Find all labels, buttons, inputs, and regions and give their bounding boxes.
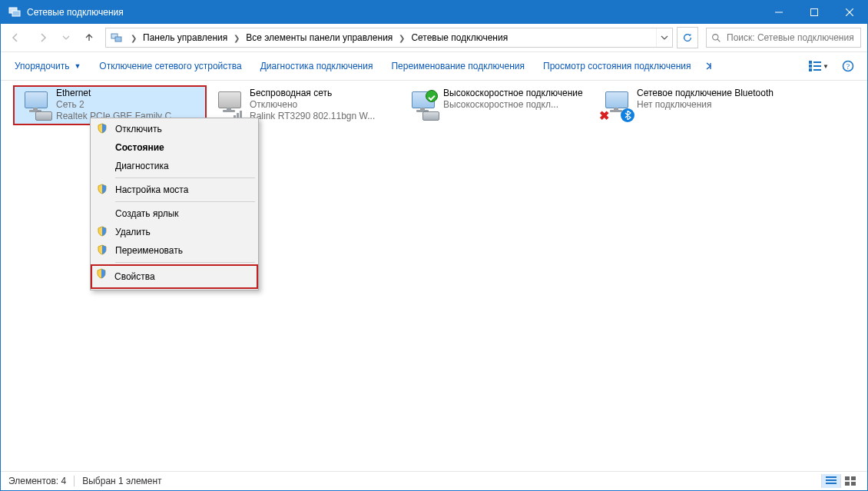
svg-rect-14 xyxy=(813,65,821,67)
shield-icon xyxy=(96,268,107,279)
chevron-right-icon[interactable]: ❯ xyxy=(394,34,409,42)
svg-rect-1 xyxy=(12,11,20,16)
close-button[interactable] xyxy=(832,1,867,24)
details-view-button[interactable] xyxy=(821,474,840,488)
breadcrumb-item[interactable]: Панель управления xyxy=(141,32,229,43)
menu-delete[interactable]: Удалить xyxy=(92,223,257,241)
history-dropdown[interactable] xyxy=(59,26,73,49)
view-options-button[interactable]: ▼ xyxy=(806,55,832,77)
chevron-right-icon[interactable]: ❯ xyxy=(126,34,141,42)
status-selected-count: Выбран 1 элемент xyxy=(82,476,161,486)
address-bar[interactable]: ❯ Панель управления ❯ Все элементы панел… xyxy=(105,28,673,48)
connection-name: Ethernet xyxy=(56,88,204,99)
svg-rect-10 xyxy=(809,61,812,64)
disconnected-badge-icon: ✖ xyxy=(599,111,610,122)
rename-command[interactable]: Переименование подключения xyxy=(383,58,532,75)
menu-diagnose[interactable]: Диагностика xyxy=(92,157,257,175)
shield-icon xyxy=(97,226,108,237)
shield-icon xyxy=(97,123,108,134)
svg-rect-21 xyxy=(845,476,850,480)
breadcrumb-item[interactable]: Все элементы панели управления xyxy=(244,32,394,43)
refresh-button[interactable] xyxy=(677,27,698,48)
chevron-down-icon: ▼ xyxy=(823,63,829,70)
navigation-row: ❯ Панель управления ❯ Все элементы панел… xyxy=(1,24,867,52)
connection-name: Сетевое подключение Bluetooth xyxy=(637,88,784,99)
menu-rename[interactable]: Переименовать xyxy=(92,241,257,260)
search-box[interactable] xyxy=(706,28,861,48)
connection-item-broadband[interactable]: Высокоскоростное подключение Высокоскоро… xyxy=(400,85,594,125)
view-status-command[interactable]: Просмотр состояния подключения xyxy=(535,58,698,75)
search-input[interactable] xyxy=(725,32,860,44)
command-label: Переименование подключения xyxy=(391,61,525,71)
search-icon xyxy=(707,33,725,43)
context-menu: Отключить Состояние Диагностика Настройк… xyxy=(90,118,259,290)
network-adapter-icon xyxy=(16,87,56,124)
connection-status: Сеть 2 xyxy=(56,99,204,111)
command-bar: Упорядочить ▼ Отключение сетевого устрой… xyxy=(1,52,867,81)
svg-line-9 xyxy=(717,39,720,41)
chevron-right-icon[interactable]: ❯ xyxy=(229,34,244,42)
menu-separator xyxy=(115,177,255,178)
back-button[interactable] xyxy=(4,26,27,49)
menu-bridge[interactable]: Настройка моста xyxy=(92,181,257,199)
svg-rect-24 xyxy=(851,482,856,486)
breadcrumb-item[interactable]: Сетевые подключения xyxy=(409,32,509,43)
svg-rect-7 xyxy=(115,37,121,41)
command-label: Отключение сетевого устройства xyxy=(99,61,241,71)
organize-label: Упорядочить xyxy=(15,61,69,71)
svg-rect-3 xyxy=(811,9,818,16)
svg-rect-23 xyxy=(845,482,850,486)
menu-label: Диагностика xyxy=(115,161,169,171)
connection-name: Беспроводная сеть xyxy=(250,88,397,99)
menu-separator xyxy=(115,262,255,263)
network-adapter-icon: ✖ xyxy=(597,87,637,124)
connection-name: Высокоскоростное подключение xyxy=(443,88,591,99)
svg-rect-18 xyxy=(826,476,837,478)
content-area: Ethernet Сеть 2 Realtek PCIe GBE Family … xyxy=(1,81,867,471)
connection-device: Нет подключения xyxy=(637,99,784,111)
large-icons-view-button[interactable] xyxy=(840,474,860,488)
connection-item-bluetooth[interactable]: ✖ Сетевое подключение Bluetooth Нет подк… xyxy=(594,85,787,125)
window-title: Сетевые подключения xyxy=(27,7,124,18)
menu-label: Состояние xyxy=(115,142,164,153)
status-bar: Элементов: 4 Выбран 1 элемент xyxy=(1,471,867,490)
svg-text:?: ? xyxy=(846,62,850,71)
chevron-down-icon: ▼ xyxy=(74,62,81,70)
svg-rect-19 xyxy=(826,479,837,481)
svg-rect-20 xyxy=(826,483,837,484)
bluetooth-icon xyxy=(621,108,634,122)
titlebar: Сетевые подключения xyxy=(1,1,867,24)
organize-menu[interactable]: Упорядочить ▼ xyxy=(7,58,88,75)
status-item-count: Элементов: 4 xyxy=(8,476,66,486)
minimize-button[interactable] xyxy=(761,1,797,24)
svg-rect-12 xyxy=(809,68,812,71)
up-button[interactable] xyxy=(78,26,101,49)
more-commands-chevron[interactable] xyxy=(702,61,716,71)
menu-label: Свойства xyxy=(114,271,155,282)
window: Сетевые подключения xyxy=(0,0,868,491)
menu-properties[interactable]: Свойства xyxy=(91,265,257,288)
menu-status[interactable]: Состояние xyxy=(92,138,257,157)
connection-status: Отключено xyxy=(250,99,397,111)
menu-label: Удалить xyxy=(115,227,151,237)
connection-device: Ralink RT3290 802.11bgn W... xyxy=(250,111,397,122)
location-icon xyxy=(109,30,124,45)
connected-badge-icon xyxy=(426,90,438,102)
shield-icon xyxy=(97,244,108,255)
menu-create-shortcut[interactable]: Создать ярлык xyxy=(92,204,257,223)
forward-button[interactable] xyxy=(31,26,55,49)
diagnose-command[interactable]: Диагностика подключения xyxy=(253,58,381,75)
network-adapter-icon xyxy=(403,87,443,124)
disable-device-command[interactable]: Отключение сетевого устройства xyxy=(91,58,249,75)
help-button[interactable]: ? xyxy=(835,55,861,77)
svg-point-8 xyxy=(712,34,717,39)
menu-label: Отключить xyxy=(115,124,162,134)
menu-label: Создать ярлык xyxy=(115,208,179,219)
menu-disable[interactable]: Отключить xyxy=(92,120,257,138)
menu-label: Переименовать xyxy=(115,245,183,256)
menu-label: Настройка моста xyxy=(115,184,188,195)
shield-icon xyxy=(97,184,108,194)
maximize-button[interactable] xyxy=(797,1,832,24)
address-dropdown[interactable] xyxy=(656,28,672,47)
connection-device: Высокоскоростное подкл... xyxy=(443,99,591,111)
